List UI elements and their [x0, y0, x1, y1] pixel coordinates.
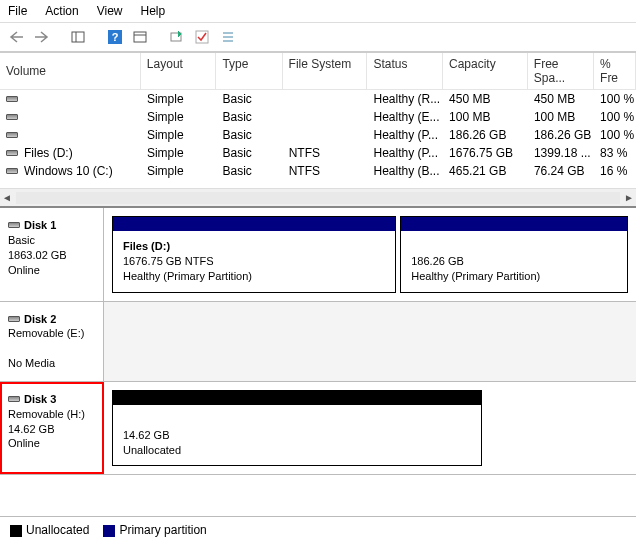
menu-view[interactable]: View — [97, 4, 123, 18]
toolbar: ? — [0, 23, 636, 52]
drive-icon — [6, 96, 18, 102]
disk-row-1: Disk 1 Basic 1863.02 GB Online Files (D:… — [0, 208, 636, 302]
disk-2-status: No Media — [8, 356, 95, 371]
volume-layout: Simple — [141, 90, 217, 108]
volume-row[interactable]: SimpleBasicHealthy (E...100 MB100 MB100 … — [0, 108, 636, 126]
volume-row[interactable]: SimpleBasicHealthy (P...186.26 GB186.26 … — [0, 126, 636, 144]
legend-primary: Primary partition — [103, 523, 206, 537]
disk-1-label[interactable]: Disk 1 Basic 1863.02 GB Online — [0, 208, 104, 301]
col-capacity[interactable]: Capacity — [443, 53, 528, 89]
col-type[interactable]: Type — [216, 53, 282, 89]
disk-1-name: Disk 1 — [24, 218, 56, 233]
volume-status: Healthy (E... — [368, 108, 444, 126]
volume-type: Basic — [216, 162, 282, 180]
volume-type: Basic — [216, 126, 282, 144]
partition-title: Files (D:) — [123, 240, 170, 252]
volume-layout: Simple — [141, 108, 217, 126]
partition-header — [401, 217, 627, 231]
horizontal-scrollbar[interactable]: ◄ ► — [0, 188, 636, 206]
partition-status: Healthy (Primary Partition) — [123, 270, 252, 282]
disk-3-label[interactable]: Disk 3 Removable (H:) 14.62 GB Online — [0, 382, 104, 475]
col-status[interactable]: Status — [367, 53, 443, 89]
volume-layout: Simple — [141, 144, 217, 162]
disk-1-partition-2[interactable]: 186.26 GB Healthy (Primary Partition) — [400, 216, 628, 293]
show-hide-icon[interactable] — [68, 26, 90, 48]
back-icon[interactable] — [6, 26, 28, 48]
volume-layout: Simple — [141, 162, 217, 180]
svg-rect-0 — [72, 32, 84, 42]
disk-3-name: Disk 3 — [24, 392, 56, 407]
volume-capacity: 100 MB — [443, 108, 528, 126]
svg-text:?: ? — [112, 31, 119, 43]
swatch-primary — [103, 525, 115, 537]
volume-capacity: 465.21 GB — [443, 162, 528, 180]
disk-row-3: Disk 3 Removable (H:) 14.62 GB Online 14… — [0, 382, 636, 476]
disk-map: Disk 1 Basic 1863.02 GB Online Files (D:… — [0, 206, 636, 516]
volume-fs — [283, 90, 368, 108]
partition-size: 1676.75 GB NTFS — [123, 255, 214, 267]
col-pctfree[interactable]: % Fre — [594, 53, 636, 89]
volume-pct: 100 % — [594, 126, 636, 144]
volume-layout: Simple — [141, 126, 217, 144]
volume-pct: 100 % — [594, 108, 636, 126]
list-icon[interactable] — [218, 26, 240, 48]
volume-free: 450 MB — [528, 90, 594, 108]
col-volume[interactable]: Volume — [0, 53, 141, 89]
drive-icon — [6, 168, 18, 174]
partition-size: 14.62 GB — [123, 429, 169, 441]
partition-size: 186.26 GB — [411, 255, 464, 267]
disk-2-name: Disk 2 — [24, 312, 56, 327]
volume-free: 1399.18 ... — [528, 144, 594, 162]
legend-unallocated: Unallocated — [10, 523, 89, 537]
volume-status: Healthy (P... — [368, 144, 444, 162]
scroll-right-icon[interactable]: ► — [624, 192, 634, 203]
col-freespace[interactable]: Free Spa... — [528, 53, 594, 89]
volume-free: 76.24 GB — [528, 162, 594, 180]
volume-fs — [283, 108, 368, 126]
disk-1-partition-1[interactable]: Files (D:) 1676.75 GB NTFS Healthy (Prim… — [112, 216, 396, 293]
disk-row-2: Disk 2 Removable (E:) No Media — [0, 302, 636, 382]
volume-row[interactable]: Windows 10 (C:)SimpleBasicNTFSHealthy (B… — [0, 162, 636, 180]
drive-icon — [6, 150, 18, 156]
refresh-icon[interactable] — [166, 26, 188, 48]
disk-icon — [8, 396, 20, 402]
volume-row[interactable]: SimpleBasicHealthy (R...450 MB450 MB100 … — [0, 90, 636, 108]
col-layout[interactable]: Layout — [141, 53, 217, 89]
svg-rect-4 — [134, 32, 146, 42]
volume-fs — [283, 126, 368, 144]
forward-icon[interactable] — [32, 26, 54, 48]
volume-name: Files (D:) — [24, 146, 73, 160]
volume-type: Basic — [216, 108, 282, 126]
volume-capacity: 1676.75 GB — [443, 144, 528, 162]
disk-3-type: Removable (H:) — [8, 407, 95, 422]
menu-action[interactable]: Action — [45, 4, 78, 18]
partition-status: Unallocated — [123, 444, 181, 456]
menu-file[interactable]: File — [8, 4, 27, 18]
volume-name: Windows 10 (C:) — [24, 164, 113, 178]
scroll-track[interactable] — [16, 192, 620, 204]
menu-bar: File Action View Help — [0, 0, 636, 23]
swatch-unallocated — [10, 525, 22, 537]
partition-header — [113, 217, 395, 231]
disk-2-label[interactable]: Disk 2 Removable (E:) No Media — [0, 302, 104, 381]
volume-fs: NTFS — [283, 162, 368, 180]
disk-1-status: Online — [8, 263, 95, 278]
disk-2-type: Removable (E:) — [8, 326, 95, 341]
legend: Unallocated Primary partition — [0, 516, 636, 543]
scroll-left-icon[interactable]: ◄ — [2, 192, 12, 203]
volume-fs: NTFS — [283, 144, 368, 162]
volume-pct: 83 % — [594, 144, 636, 162]
volume-status: Healthy (P... — [368, 126, 444, 144]
menu-help[interactable]: Help — [141, 4, 166, 18]
disk-3-partition-1[interactable]: 14.62 GB Unallocated — [112, 390, 482, 467]
disk-1-type: Basic — [8, 233, 95, 248]
settings-icon[interactable] — [130, 26, 152, 48]
volume-pct: 16 % — [594, 162, 636, 180]
volume-list: Volume Layout Type File System Status Ca… — [0, 52, 636, 206]
svg-rect-7 — [196, 31, 208, 43]
volume-row[interactable]: Files (D:)SimpleBasicNTFSHealthy (P...16… — [0, 144, 636, 162]
check-icon[interactable] — [192, 26, 214, 48]
col-filesystem[interactable]: File System — [283, 53, 368, 89]
volume-status: Healthy (R... — [368, 90, 444, 108]
help-icon[interactable]: ? — [104, 26, 126, 48]
